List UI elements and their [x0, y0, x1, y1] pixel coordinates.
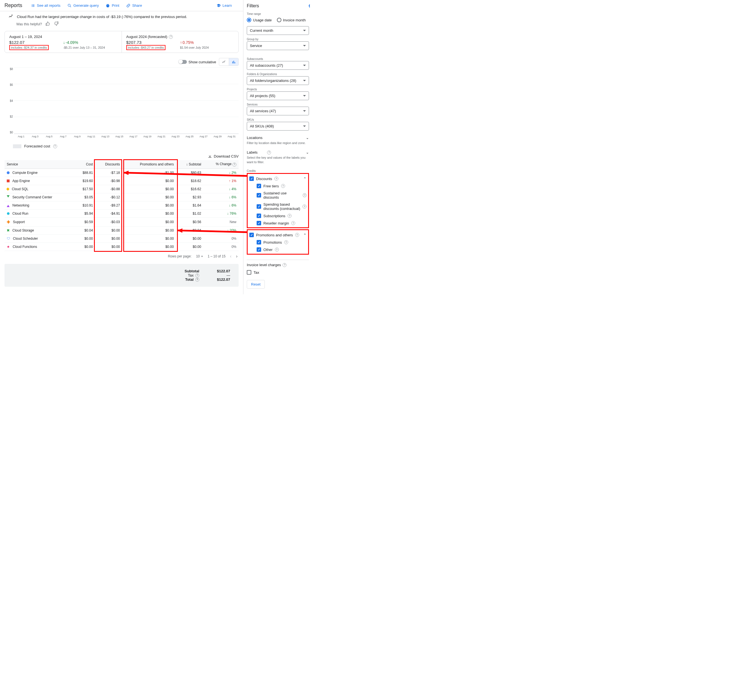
- thumbs-up-button[interactable]: [45, 21, 50, 27]
- cumulative-toggle[interactable]: Show cumulative: [179, 60, 216, 64]
- table-header[interactable]: Discounts: [95, 160, 122, 169]
- help-icon[interactable]: ?: [275, 248, 279, 251]
- help-icon[interactable]: ?: [281, 184, 285, 188]
- thumbs-down-button[interactable]: [54, 21, 59, 27]
- help-icon[interactable]: ?: [195, 274, 199, 277]
- change-cell: ↓ 76%: [203, 210, 239, 218]
- trend-icon: [9, 14, 13, 19]
- services-select[interactable]: All services (47): [247, 107, 309, 115]
- help-icon[interactable]: ?: [291, 221, 295, 225]
- skus-select[interactable]: All SKUs (408): [247, 122, 309, 131]
- bar-chart-button[interactable]: [229, 58, 238, 66]
- chart-type-toggle[interactable]: [219, 58, 239, 66]
- download-csv-link[interactable]: Download CSV: [4, 154, 239, 159]
- print-link[interactable]: Print: [106, 3, 119, 8]
- invoice-month-radio[interactable]: Invoice month: [277, 18, 306, 22]
- table-row[interactable]: ✚Support $0.59 -$0.03 $0.00 $0.56 New: [4, 218, 239, 226]
- filters-title: Filters: [247, 3, 309, 9]
- help-icon[interactable]: ?: [274, 177, 278, 181]
- subscriptions-checkbox[interactable]: Subscriptions ?: [257, 212, 306, 219]
- promo-cell: $0.00: [122, 193, 176, 201]
- time-range-select[interactable]: Current month: [247, 26, 309, 35]
- discounts-checkbox[interactable]: Discounts ?⌃: [249, 175, 306, 182]
- subtotal-cell: $18.62: [176, 177, 203, 185]
- table-row[interactable]: Cloud SQL $17.50 -$0.88 $0.00 $16.62 ↓ 4…: [4, 185, 239, 193]
- labels-section[interactable]: Labels ?⌄: [247, 150, 309, 154]
- help-icon[interactable]: ?: [267, 150, 271, 154]
- cost-cell: $0.04: [74, 226, 95, 235]
- pager-range: 1 – 10 of 15: [208, 254, 225, 258]
- rows-per-page-label: Rows per page:: [168, 254, 192, 258]
- subtotal-cell: $1.64: [176, 201, 203, 210]
- total-value: $122.07: [210, 277, 230, 282]
- line-chart-button[interactable]: [219, 58, 229, 66]
- promotions-credits-box: Promotions and others ?⌃ Promotions ? Ot…: [247, 229, 309, 254]
- help-icon[interactable]: ?: [195, 278, 199, 282]
- pager-next-button[interactable]: ›: [236, 254, 238, 259]
- projects-select[interactable]: All projects (55): [247, 91, 309, 100]
- table-row[interactable]: Security Command Center $3.05 -$0.12 $0.…: [4, 193, 239, 201]
- search-icon: [67, 3, 72, 8]
- table-row[interactable]: App Engine $19.60 -$0.98 $0.00 $18.62 ↑ …: [4, 177, 239, 185]
- table-row[interactable]: ★Cloud Functions $0.00 $0.00 $0.00 $0.00…: [4, 243, 239, 251]
- table-row[interactable]: 🛡Cloud Scheduler $0.00 $0.00 $0.00 $0.00…: [4, 235, 239, 243]
- tax-label: Tax: [188, 273, 194, 277]
- other-checkbox[interactable]: Other ?: [257, 246, 306, 253]
- collapse-panel-button[interactable]: ›|: [309, 3, 310, 7]
- promo-cell: $0.00: [122, 235, 176, 243]
- service-name: Compute Engine: [12, 171, 37, 175]
- help-icon[interactable]: ?: [295, 233, 299, 237]
- compare-note: -$5.21 over July 13 – 31, 2024: [63, 46, 117, 49]
- see-all-reports-link[interactable]: See all reports: [31, 3, 60, 8]
- help-icon[interactable]: ?: [288, 214, 291, 218]
- pager-prev-button[interactable]: ‹: [230, 254, 231, 259]
- table-header[interactable]: Cost: [74, 160, 95, 169]
- table-row[interactable]: Networking $10.91 -$9.27 $0.00 $1.64 ↓ 6…: [4, 201, 239, 210]
- table-row[interactable]: ⬢Cloud Run $5.94 -$4.91 $0.00 $1.02 ↓ 76…: [4, 210, 239, 218]
- table-header[interactable]: ↓ Subtotal: [176, 160, 203, 169]
- table-header[interactable]: % Change ?: [203, 160, 239, 169]
- promo-others-checkbox[interactable]: Promotions and others ?⌃: [249, 231, 306, 238]
- table-header[interactable]: Service: [4, 160, 74, 169]
- reseller-checkbox[interactable]: Reseller margin ?: [257, 219, 306, 227]
- promo-cell: -$1.00: [122, 169, 176, 177]
- table-row[interactable]: ✖Cloud Storage $0.04 $0.00 $0.00 $0.04 ↓…: [4, 226, 239, 235]
- service-name: Cloud Storage: [12, 228, 34, 232]
- folders-select[interactable]: All folders/organizations (28): [247, 76, 309, 85]
- group-by-select[interactable]: Service: [247, 41, 309, 50]
- tax-value: —: [210, 273, 230, 277]
- service-name: Security Command Center: [12, 195, 52, 199]
- credits-forecast-note: includes -$43.27 in credits: [126, 45, 166, 50]
- rows-per-page-select[interactable]: 10 ▼: [196, 254, 203, 258]
- reset-button[interactable]: Reset: [247, 280, 265, 289]
- table-row[interactable]: Compute Engine $88.81 -$7.18 -$1.00 $80.…: [4, 169, 239, 177]
- subtotal-cell: $2.93: [176, 193, 203, 201]
- spending-checkbox[interactable]: Spending based discounts (contractual) ?: [257, 201, 306, 212]
- help-icon[interactable]: ?: [53, 144, 57, 148]
- promotions-checkbox[interactable]: Promotions ?: [257, 238, 306, 246]
- subaccounts-select[interactable]: All subaccounts (27): [247, 61, 309, 70]
- filters-panel: Filters ›| Time range Usage date Invoice…: [243, 0, 312, 294]
- generate-query-link[interactable]: Generate query: [67, 3, 99, 8]
- tax-checkbox[interactable]: Tax: [247, 269, 309, 276]
- subtotal-value: $122.07: [210, 269, 230, 273]
- time-range-label: Time range: [247, 12, 309, 15]
- delta-current: ↓ -4.09%: [63, 40, 117, 45]
- delta-forecast: ↑ 0.75%: [180, 40, 234, 45]
- help-icon[interactable]: ?: [303, 204, 306, 209]
- share-link[interactable]: Share: [126, 3, 142, 8]
- service-name: Networking: [12, 203, 29, 207]
- usage-date-radio[interactable]: Usage date: [247, 18, 272, 22]
- help-icon[interactable]: ?: [169, 35, 173, 39]
- table-header[interactable]: Promotions and others: [122, 160, 176, 169]
- compare-forecast-note: $1.54 over July 2024: [180, 46, 234, 49]
- download-icon: [208, 154, 212, 159]
- learn-link[interactable]: Learn: [216, 3, 232, 8]
- credits-note: includes -$24.37 in credits: [9, 45, 49, 50]
- sustained-checkbox[interactable]: Sustained use discounts ?: [257, 190, 306, 201]
- help-icon[interactable]: ?: [284, 240, 288, 244]
- free-tiers-checkbox[interactable]: Free tiers ?: [257, 182, 306, 190]
- locations-section[interactable]: Locations⌄: [247, 135, 309, 140]
- help-icon[interactable]: ?: [303, 193, 306, 197]
- help-icon[interactable]: ?: [282, 263, 287, 267]
